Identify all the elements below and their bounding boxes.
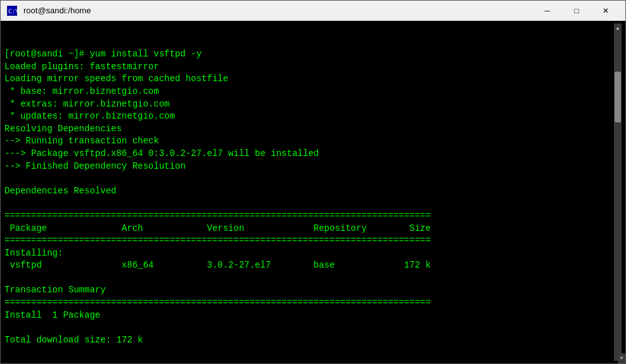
scrollbar-thumb[interactable] <box>615 72 621 122</box>
scroll-down-arrow[interactable]: ▼ <box>618 353 625 363</box>
terminal-line: ========================================… <box>4 297 614 309</box>
terminal-window: C:\ root@sandi:/home ─ □ ✕ [root@sandi ~… <box>0 0 626 364</box>
window-controls: ─ □ ✕ <box>533 1 620 21</box>
maximize-button[interactable]: □ <box>562 1 591 21</box>
terminal-line: vsftpd x86_64 3.0.2-27.el7 base 172 k <box>4 259 614 272</box>
terminal-line: Package Arch Version Repository Size <box>4 223 614 235</box>
terminal-line: Install 1 Package <box>4 309 614 322</box>
terminal-line: Loading mirror speeds from cached hostfi… <box>4 73 614 86</box>
terminal-line: Resolving Dependencies <box>4 123 614 136</box>
terminal-line <box>4 322 614 334</box>
terminal-line: Dependencies Resolved <box>4 185 614 198</box>
scrollbar[interactable]: ▲ ▼ <box>614 23 622 361</box>
terminal-icon: C:\ <box>6 4 18 17</box>
terminal-line: Transaction Summary <box>4 284 614 297</box>
scroll-up-arrow[interactable]: ▲ <box>614 23 622 34</box>
terminal-line: --> Finished Dependency Resolution <box>4 160 614 173</box>
terminal-line <box>4 272 614 285</box>
terminal-line: Installing: <box>4 247 614 260</box>
terminal-line: ========================================… <box>4 235 614 247</box>
titlebar: C:\ root@sandi:/home ─ □ ✕ <box>1 1 625 21</box>
terminal-output: [root@sandi ~]# yum install vsftpd -yLoa… <box>4 23 614 361</box>
terminal-line: * extras: mirror.biznetgio.com <box>4 98 614 111</box>
terminal-line: Loaded plugins: fastestmirror <box>4 61 614 74</box>
terminal-line: ---> Package vsftpd.x86_64 0:3.0.2-27.el… <box>4 148 614 160</box>
svg-text:C:\: C:\ <box>8 8 17 15</box>
terminal-line: Total download size: 172 k <box>4 334 614 347</box>
minimize-button[interactable]: ─ <box>533 1 562 21</box>
terminal-line <box>4 172 614 185</box>
terminal-line: [root@sandi ~]# yum install vsftpd -y <box>4 48 614 61</box>
terminal-line: * base: mirror.biznetgio.com <box>4 86 614 98</box>
window-title: root@sandi:/home <box>23 6 533 15</box>
terminal-line <box>4 197 614 210</box>
terminal-line: * updates: mirror.biznetgio.com <box>4 110 614 123</box>
terminal-area[interactable]: [root@sandi ~]# yum install vsftpd -yLoa… <box>1 21 625 363</box>
terminal-line: ========================================… <box>4 210 614 223</box>
terminal-line: --> Running transaction check <box>4 135 614 148</box>
close-button[interactable]: ✕ <box>591 1 620 21</box>
